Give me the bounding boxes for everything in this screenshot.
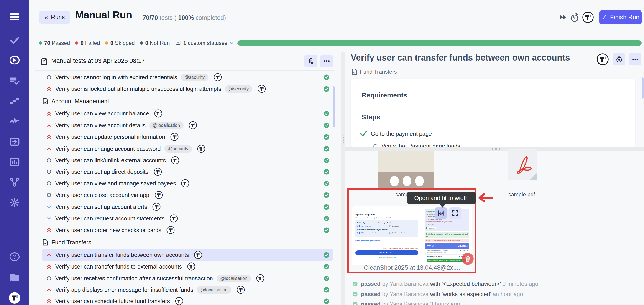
- status-passed-icon[interactable]: [323, 110, 330, 118]
- horizontal-splitter[interactable]: [345, 147, 644, 151]
- test-row[interactable]: Verify user can update personal informat…: [42, 131, 333, 142]
- testomatio-logo-icon[interactable]: [236, 286, 245, 294]
- testomatio-logo-icon[interactable]: [154, 191, 163, 199]
- testomatio-logo-icon[interactable]: [154, 109, 162, 118]
- status-passed-icon[interactable]: [323, 204, 330, 211]
- testomatio-logo-icon[interactable]: [171, 156, 180, 165]
- breadcrumb[interactable]: Fund Transfers: [352, 68, 397, 75]
- test-row[interactable]: Verify user cannot log in with expired c…: [42, 72, 333, 83]
- tag-badge[interactable]: @localisation: [216, 275, 251, 282]
- detail-more-button[interactable]: [629, 53, 641, 65]
- status-passed-icon[interactable]: [323, 122, 330, 130]
- status-passed-icon[interactable]: [323, 134, 330, 141]
- status-passed-icon[interactable]: [323, 264, 330, 270]
- sidebar-item-help[interactable]: ?: [0, 248, 29, 265]
- section-row[interactable]: Fund Transfers: [42, 237, 333, 248]
- test-row[interactable]: Verify user can link/unlink external acc…: [42, 155, 333, 166]
- testomatio-logo-icon[interactable]: [175, 297, 184, 305]
- testomatio-logo-icon[interactable]: [181, 179, 190, 188]
- sidebar-item-projects[interactable]: [0, 269, 29, 286]
- fit-to-width-button[interactable]: [435, 207, 447, 219]
- status-passed-icon[interactable]: [323, 169, 330, 176]
- right-scrollbar-thumb[interactable]: [642, 78, 644, 99]
- test-row[interactable]: Verify user receives confirmation after …: [42, 273, 333, 284]
- test-row[interactable]: Verify user can transfer funds to extern…: [42, 261, 333, 272]
- section-row[interactable]: Account Management: [42, 96, 333, 106]
- vertical-splitter[interactable]: [341, 52, 345, 305]
- test-row[interactable]: Verify app displays error message for in…: [42, 284, 333, 296]
- status-legend-passed[interactable]: 70 Passed: [39, 40, 70, 46]
- status-passed-icon[interactable]: [323, 216, 330, 222]
- custom-statuses-toggle[interactable]: 1 custom statuses: [175, 40, 234, 46]
- test-row[interactable]: Verify user can schedule future fund tra…: [42, 296, 333, 305]
- sidebar-item-sign-in[interactable]: [0, 134, 29, 150]
- testomatio-logo-icon[interactable]: [154, 168, 162, 176]
- test-row[interactable]: Verify user can view account balance: [42, 108, 333, 119]
- test-row[interactable]: Verify user can change account password@…: [42, 143, 333, 154]
- sidebar-item-bar-chart[interactable]: [0, 154, 29, 170]
- sidebar-item-activity[interactable]: [0, 113, 29, 130]
- status-passed-icon[interactable]: [323, 146, 330, 153]
- status-passed-icon[interactable]: [323, 158, 330, 164]
- testomatio-logo-icon[interactable]: [187, 262, 196, 271]
- status-passed-icon[interactable]: [323, 276, 330, 282]
- sidebar-item-list-check[interactable]: [0, 72, 29, 89]
- testomatio-logo-icon[interactable]: [194, 250, 202, 259]
- status-legend-skipped[interactable]: 0 Skipped: [105, 40, 135, 46]
- status-passed-icon[interactable]: [323, 74, 330, 81]
- tag-badge[interactable]: @security: [181, 74, 208, 81]
- test-row[interactable]: Verify user can transfer funds between o…: [42, 249, 333, 260]
- status-passed-icon[interactable]: [323, 252, 330, 259]
- delete-attachment-button[interactable]: [462, 253, 474, 265]
- status-passed-icon[interactable]: [323, 86, 330, 93]
- tag-badge[interactable]: @security: [164, 145, 192, 152]
- sidebar-item-play-circle[interactable]: [0, 52, 29, 68]
- status-legend-failed[interactable]: 0 Failed: [75, 40, 100, 46]
- back-to-runs-button[interactable]: « Runs: [39, 11, 70, 24]
- testomatio-logo-icon[interactable]: [170, 214, 178, 223]
- sidebar-item-menu[interactable]: [0, 9, 29, 25]
- testomatio-logo-icon[interactable]: [152, 202, 161, 211]
- sidebar-item-steps[interactable]: [0, 92, 29, 109]
- test-row[interactable]: Verify user can view and manage saved pa…: [42, 178, 333, 189]
- status-legend-not-run[interactable]: 0 Not Run: [140, 40, 170, 46]
- test-row[interactable]: Verify user can order new checks or card…: [42, 224, 333, 236]
- status-passed-icon[interactable]: [323, 192, 330, 199]
- testomatio-logo-icon[interactable]: [596, 53, 609, 66]
- status-passed-icon[interactable]: [323, 287, 330, 294]
- sidebar-item-logo[interactable]: [0, 290, 29, 305]
- testomatio-logo-icon[interactable]: [582, 12, 594, 24]
- sidebar-item-branch[interactable]: [0, 174, 29, 190]
- test-detail-title[interactable]: Verify user can transfer funds between o…: [351, 53, 570, 65]
- timer-button[interactable]: [613, 53, 625, 65]
- test-row[interactable]: Verify user can close account via app: [42, 189, 333, 201]
- testomatio-logo-icon[interactable]: [188, 121, 197, 130]
- sidebar-item-settings[interactable]: [0, 194, 29, 211]
- testomatio-logo-icon[interactable]: [166, 226, 175, 234]
- stopwatch-icon[interactable]: [569, 12, 580, 24]
- test-row[interactable]: Verify user is locked out after multiple…: [42, 83, 333, 94]
- test-row[interactable]: Verify user can view account details@loc…: [42, 120, 333, 131]
- tag-badge[interactable]: @localisation: [197, 286, 231, 294]
- tag-badge[interactable]: @localisation: [149, 122, 184, 129]
- testomatio-logo-icon[interactable]: [170, 132, 179, 141]
- sidebar-item-check[interactable]: [0, 32, 29, 48]
- testomatio-logo-icon[interactable]: [257, 84, 266, 93]
- tag-badge[interactable]: @security: [225, 85, 252, 93]
- finish-run-button[interactable]: ✓ Finish Run: [599, 10, 642, 24]
- test-row[interactable]: Verify user can request account statemen…: [42, 213, 333, 224]
- attachment-pdf-thumbnail[interactable]: [508, 149, 538, 180]
- status-passed-icon[interactable]: [323, 180, 330, 188]
- status-passed-icon[interactable]: [323, 227, 330, 234]
- tree-view-button[interactable]: [304, 55, 317, 68]
- test-row[interactable]: Verify user can set up account alerts: [42, 201, 333, 212]
- testomatio-logo-icon[interactable]: [256, 274, 264, 283]
- testomatio-logo-icon[interactable]: [214, 73, 222, 82]
- expand-fullscreen-button[interactable]: [449, 207, 461, 219]
- test-row[interactable]: Verify user can set up direct deposits: [42, 166, 333, 178]
- fast-forward-icon[interactable]: [559, 13, 568, 22]
- testomatio-logo-icon[interactable]: [197, 144, 206, 153]
- list-more-button[interactable]: [320, 55, 333, 68]
- attachment-image-thumbnail[interactable]: [378, 151, 434, 188]
- status-passed-icon[interactable]: [323, 298, 330, 305]
